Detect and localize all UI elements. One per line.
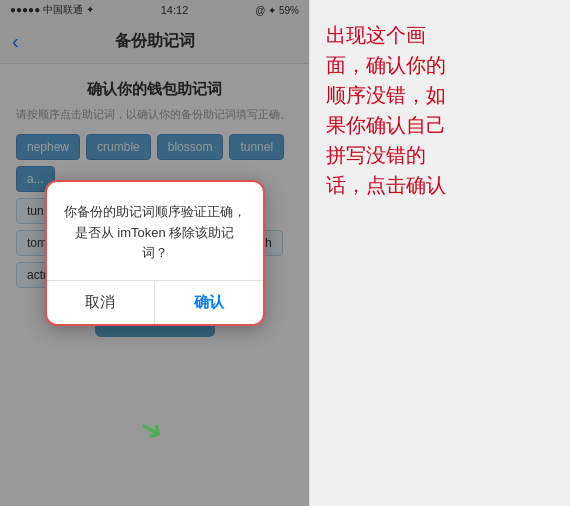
modal-overlay: 你备份的助记词顺序验证正确，是否从 imToken 移除该助记词？ 取消 确认 …: [0, 0, 309, 506]
phone-mockup: ●●●●● 中国联通 ✦ 14:12 @ ✦ 59% ‹ 备份助记词 确认你的钱…: [0, 0, 310, 506]
modal-confirm-button[interactable]: 确认: [155, 281, 263, 324]
green-arrow-icon: ➜: [133, 409, 169, 449]
modal-text: 你备份的助记词顺序验证正确，是否从 imToken 移除该助记词？: [63, 202, 247, 264]
annotation-panel: 出现这个画 面，确认你的 顺序没错，如 果你确认自己 拼写没错的 话，点击确认: [310, 0, 570, 506]
modal-cancel-button[interactable]: 取消: [47, 281, 156, 324]
modal-buttons: 取消 确认: [47, 280, 263, 324]
annotation-text: 出现这个画 面，确认你的 顺序没错，如 果你确认自己 拼写没错的 话，点击确认: [326, 20, 554, 200]
arrow-annotation: ➜: [140, 413, 163, 446]
modal-box: 你备份的助记词顺序验证正确，是否从 imToken 移除该助记词？ 取消 确认: [45, 180, 265, 326]
